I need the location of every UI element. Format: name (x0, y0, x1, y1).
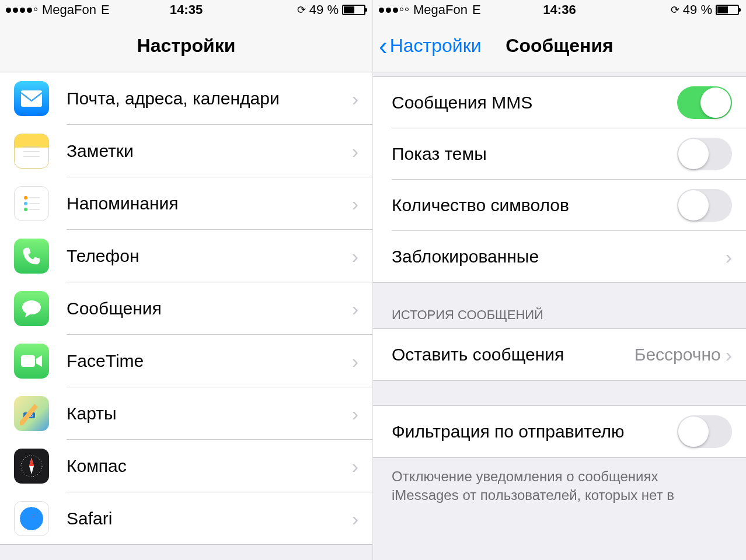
orientation-lock-icon: ⟳ (671, 4, 679, 16)
page-title: Настройки (137, 35, 236, 57)
subject-toggle[interactable] (677, 138, 732, 170)
battery-percent: 49 % (309, 2, 339, 18)
row-show-subject[interactable]: Показ темы (373, 128, 746, 180)
chevron-right-icon: › (352, 192, 358, 215)
settings-item-messages[interactable]: Сообщения › (0, 282, 372, 335)
row-mms-messages[interactable]: Сообщения MMS (373, 77, 746, 128)
back-button[interactable]: ‹ Настройки (379, 33, 482, 59)
signal-strength-icon (6, 8, 37, 13)
settings-item-mail[interactable]: Почта, адреса, календари › (0, 72, 372, 125)
chevron-right-icon: › (352, 402, 358, 425)
clock: 14:36 (543, 2, 576, 18)
network-type: E (101, 2, 110, 18)
settings-item-label: Заметки (67, 141, 352, 161)
settings-item-label: Телефон (67, 246, 352, 266)
row-value: Бессрочно (635, 345, 721, 365)
section-footer: Отключение уведомления о сообщениях iMes… (373, 457, 746, 505)
network-type: E (472, 2, 481, 18)
char-count-toggle[interactable] (677, 189, 732, 222)
svg-point-6 (24, 202, 27, 205)
filter-toggle[interactable] (677, 415, 732, 448)
notes-icon (14, 134, 49, 169)
settings-item-label: Сообщения (67, 299, 352, 318)
phone-icon (14, 239, 49, 274)
settings-item-reminders[interactable]: Напоминания › (0, 177, 372, 230)
settings-screen: MegaFon E 14:35 ⟳ 49 % Настройки Почта, … (0, 0, 373, 560)
row-label: Оставить сообщения (392, 345, 635, 365)
row-label: Заблокированные (392, 247, 726, 267)
chevron-right-icon: › (352, 298, 358, 320)
settings-item-label: Карты (67, 404, 352, 424)
svg-point-8 (24, 208, 27, 211)
battery-icon (716, 5, 739, 15)
battery-percent: 49 % (683, 2, 712, 18)
messages-icon (14, 291, 49, 326)
nav-bar: ‹ Настройки Сообщения (373, 20, 746, 72)
settings-item-label: Напоминания (67, 194, 352, 214)
settings-item-safari[interactable]: Safari › (0, 492, 372, 545)
chevron-right-icon: › (352, 140, 358, 163)
mail-icon (14, 81, 49, 116)
carrier-label: MegaFon (42, 2, 96, 18)
row-char-count[interactable]: Количество символов (373, 180, 746, 231)
maps-icon: 280 (14, 396, 49, 431)
messages-settings-list[interactable]: Сообщения MMS Показ темы Количество симв… (373, 72, 746, 560)
page-title: Сообщения (506, 35, 613, 57)
row-label: Показ темы (392, 144, 677, 164)
settings-item-phone[interactable]: Телефон › (0, 230, 372, 282)
settings-item-label: Safari (67, 509, 352, 528)
chevron-right-icon: › (726, 246, 732, 268)
status-bar: MegaFon E 14:36 ⟳ 49 % (373, 0, 746, 20)
row-keep-messages[interactable]: Оставить сообщения Бессрочно › (373, 329, 746, 380)
chevron-right-icon: › (352, 455, 358, 478)
row-label: Фильтрация по отправителю (392, 422, 677, 442)
footer-label: Отключение уведомления о сообщениях iMes… (392, 468, 674, 503)
section-header-history: ИСТОРИЯ СООБЩЕНИЙ (373, 282, 746, 329)
chevron-right-icon: › (352, 508, 358, 530)
battery-icon (342, 5, 365, 15)
facetime-icon (14, 344, 49, 379)
compass-icon (14, 449, 49, 484)
section-gap (373, 380, 746, 406)
settings-item-label: FaceTime (67, 351, 352, 371)
chevron-right-icon: › (352, 245, 358, 268)
settings-item-maps[interactable]: 280 Карты › (0, 387, 372, 440)
svg-point-4 (24, 196, 27, 200)
chevron-right-icon: › (352, 88, 358, 110)
section-header-label: ИСТОРИЯ СООБЩЕНИЙ (392, 307, 543, 323)
settings-item-notes[interactable]: Заметки › (0, 125, 372, 177)
row-label: Количество символов (392, 195, 677, 215)
settings-item-facetime[interactable]: FaceTime › (0, 335, 372, 387)
svg-rect-11 (21, 355, 35, 367)
settings-list[interactable]: Почта, адреса, календари › Заметки › (0, 72, 372, 560)
row-label: Сообщения MMS (392, 93, 677, 113)
nav-bar: Настройки (0, 20, 372, 72)
chevron-right-icon: › (726, 344, 732, 366)
clock: 14:35 (170, 2, 203, 18)
back-label: Настройки (390, 35, 482, 57)
carrier-label: MegaFon (413, 2, 468, 18)
signal-strength-icon (379, 8, 409, 13)
row-blocked[interactable]: Заблокированные › (373, 231, 746, 282)
reminders-icon (14, 186, 49, 221)
svg-rect-0 (21, 90, 42, 107)
row-filter-sender[interactable]: Фильтрация по отправителю (373, 406, 746, 457)
settings-item-label: Компас (67, 456, 352, 476)
orientation-lock-icon: ⟳ (297, 4, 306, 16)
svg-point-10 (22, 300, 41, 314)
settings-item-label: Почта, адреса, календари (67, 89, 352, 108)
messages-settings-screen: MegaFon E 14:36 ⟳ 49 % ‹ Настройки Сообщ… (373, 0, 746, 560)
status-bar: MegaFon E 14:35 ⟳ 49 % (0, 0, 372, 20)
chevron-right-icon: › (352, 350, 358, 373)
chevron-left-icon: ‹ (379, 33, 388, 59)
safari-icon (14, 501, 49, 536)
mms-toggle[interactable] (677, 86, 732, 119)
settings-item-compass[interactable]: Компас › (0, 440, 372, 492)
